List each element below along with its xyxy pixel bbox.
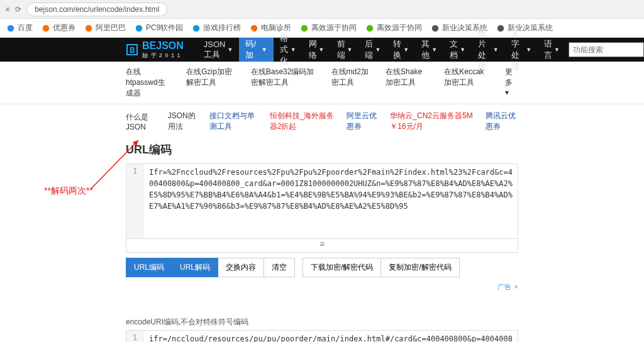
download-button[interactable]: 下载加密/解密代码 — [303, 258, 381, 277]
favorite-link[interactable]: 优惠券 — [42, 23, 75, 33]
encode-button[interactable]: URL编码 — [126, 258, 172, 277]
nav-item[interactable]: 文档 ▼ — [443, 38, 472, 62]
nav-item[interactable]: 前端 ▼ — [331, 38, 359, 62]
ad-close-icon[interactable]: × — [513, 283, 518, 290]
nav-item[interactable]: 格式化 ▼ — [274, 38, 303, 62]
svg-point-3 — [136, 25, 143, 31]
nav-item[interactable]: 其他 ▼ — [415, 38, 443, 62]
output-note: encodeURI编码,不会对特殊符号编码 — [126, 317, 518, 328]
decode-button[interactable]: URL解码 — [172, 258, 218, 277]
svg-point-7 — [367, 25, 374, 31]
page-title: URL编码 — [126, 142, 518, 157]
input-codebox[interactable]: 1 Ifr=%2Fnccloud%2Fresources%2Fpu%2Fpu%2… — [126, 163, 518, 239]
favorite-link[interactable]: 高效源于协同 — [300, 23, 357, 33]
logo[interactable]: B BEJSON始 于 2 0 1 1 — [126, 40, 184, 60]
output-code[interactable]: ifr=/nccloud/resources/pu/pu/poorder/mai… — [144, 331, 518, 342]
promo-link[interactable]: 华纳云_CN2云服务器5M ￥16元/月 — [390, 111, 474, 132]
address-bar: × ⟳ bejson.com/enc/urlencode/index.html — [0, 0, 644, 19]
promo-bar: 什么是JSONJSON的用法接口文档与单测工具恒创科技_海外服务器2折起阿里云优… — [0, 104, 644, 138]
subnav-link[interactable]: 在线Base32编码加密解密工具 — [251, 67, 315, 99]
url-field[interactable]: bejson.com/enc/urlencode/index.html — [26, 3, 167, 16]
svg-point-0 — [8, 25, 14, 31]
favorite-link[interactable]: 百度 — [6, 23, 33, 33]
favorite-link[interactable]: 阿里巴巴 — [84, 23, 126, 33]
nav-item[interactable]: 语言 ▼ — [538, 38, 566, 62]
promo-link[interactable]: 腾讯云优惠券 — [486, 111, 518, 132]
svg-point-2 — [86, 25, 92, 31]
search-box — [569, 42, 644, 57]
nav-item[interactable]: 网络 ▼ — [303, 38, 331, 62]
subnav-link[interactable]: 在线Gzip加密解密工具 — [186, 67, 235, 99]
subnav-link[interactable]: 在线Shake加密工具 — [386, 67, 428, 99]
search-input[interactable] — [569, 42, 644, 57]
nav-item[interactable]: 编码/加密 ▼ — [239, 38, 273, 62]
main-nav: B BEJSON始 于 2 0 1 1 JSON工具 ▼编码/加密 ▼格式化 ▼… — [0, 38, 644, 62]
close-icon[interactable]: × — [5, 4, 10, 14]
action-row: URL编码 URL解码 交换内容 清空 下载加密/解密代码 复制加密/解密代码 — [126, 258, 518, 277]
nav-item[interactable]: 图片处理 ▼ — [472, 38, 504, 62]
favorite-link[interactable]: PC9软件园 — [135, 23, 183, 33]
favorites-bar: 百度优惠券阿里巴巴PC9软件园游戏排行榜电脑诊所高效源于协同高效源于协同新业决策… — [0, 19, 644, 38]
clear-button[interactable]: 清空 — [264, 258, 295, 277]
promo-link[interactable]: 什么是JSON — [126, 112, 157, 131]
ad-label: 广告 × — [126, 282, 518, 292]
nav-item[interactable]: 后端 ▼ — [358, 38, 387, 62]
nav-item[interactable]: 文字处理 ▼ — [505, 38, 538, 62]
output-codebox[interactable]: 1 ifr=/nccloud/resources/pu/pu/poorder/m… — [126, 330, 518, 342]
favorite-link[interactable]: 游戏排行榜 — [192, 23, 241, 33]
swap-button[interactable]: 交换内容 — [218, 258, 264, 277]
promo-link[interactable]: 恒创科技_海外服务器2折起 — [270, 111, 335, 132]
sub-nav: 在线htpasswd生成器在线Gzip加密解密工具在线Base32编码加密解密工… — [0, 62, 644, 104]
nav-item[interactable]: JSON工具 ▼ — [197, 38, 240, 62]
favorite-link[interactable]: 新业决策系统 — [496, 23, 553, 33]
annotation-text: **解码两次** — [44, 185, 93, 197]
promo-link[interactable]: JSON的用法 — [168, 111, 199, 132]
svg-point-1 — [43, 25, 50, 31]
svg-point-6 — [301, 25, 308, 31]
svg-point-9 — [497, 25, 504, 31]
favorite-link[interactable]: 高效源于协同 — [365, 23, 422, 33]
svg-text:B: B — [130, 46, 135, 55]
subnav-link[interactable]: 在线Keccak加密工具 — [444, 67, 489, 99]
promo-link[interactable]: 阿里云优惠券 — [347, 111, 379, 132]
reload-icon[interactable]: ⟳ — [15, 5, 21, 14]
svg-point-4 — [193, 25, 200, 31]
subnav-link[interactable]: 更多 ▾ — [505, 67, 518, 99]
nav-item[interactable]: 转换 ▼ — [387, 38, 415, 62]
resize-handle[interactable]: ≡ — [126, 239, 518, 253]
input-code[interactable]: Ifr=%2Fnccloud%2Fresources%2Fpu%2Fpu%2Fp… — [144, 164, 518, 238]
svg-point-8 — [432, 25, 439, 31]
subnav-link[interactable]: 在线htpasswd生成器 — [126, 67, 170, 99]
subnav-link[interactable]: 在线md2加密工具 — [331, 67, 369, 99]
promo-link[interactable]: 接口文档与单测工具 — [209, 111, 258, 132]
line-gutter: 1 — [126, 331, 144, 342]
copy-button[interactable]: 复制加密/解密代码 — [381, 258, 459, 277]
line-gutter: 1 — [126, 164, 144, 238]
